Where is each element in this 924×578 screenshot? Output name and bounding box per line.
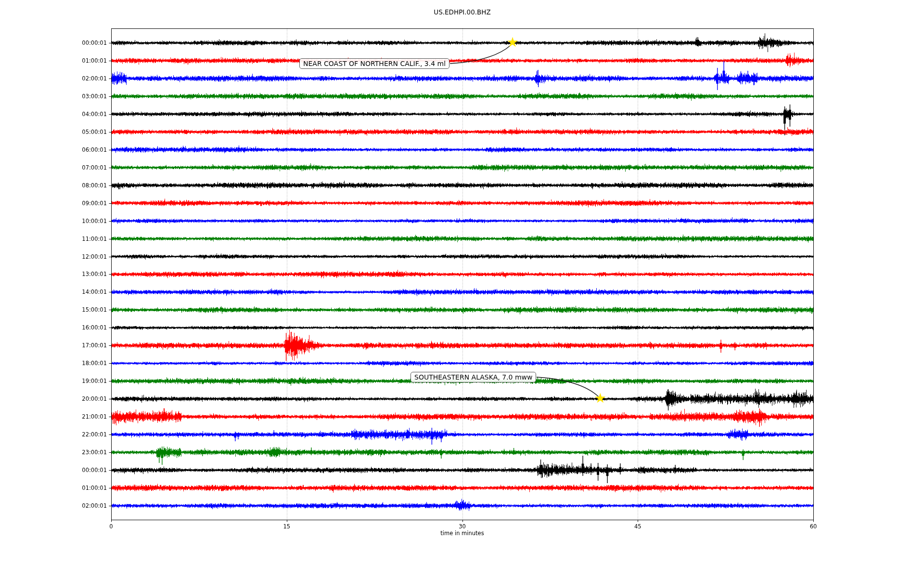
event-star-icon: ★	[594, 392, 606, 406]
annotation-connector	[537, 377, 598, 396]
annotation-connector-lines	[0, 0, 924, 578]
annotation-connector	[450, 45, 511, 64]
helicorder-figure: US.EDHPI.00.BHZ time in minutes 00:00:01…	[0, 0, 924, 578]
event-annotation-label: NEAR COAST OF NORTHERN CALIF., 3.4 ml	[299, 58, 449, 69]
event-star-icon: ★	[506, 36, 518, 49]
event-annotation-label: SOUTHEASTERN ALASKA, 7.0 mww	[411, 372, 536, 382]
